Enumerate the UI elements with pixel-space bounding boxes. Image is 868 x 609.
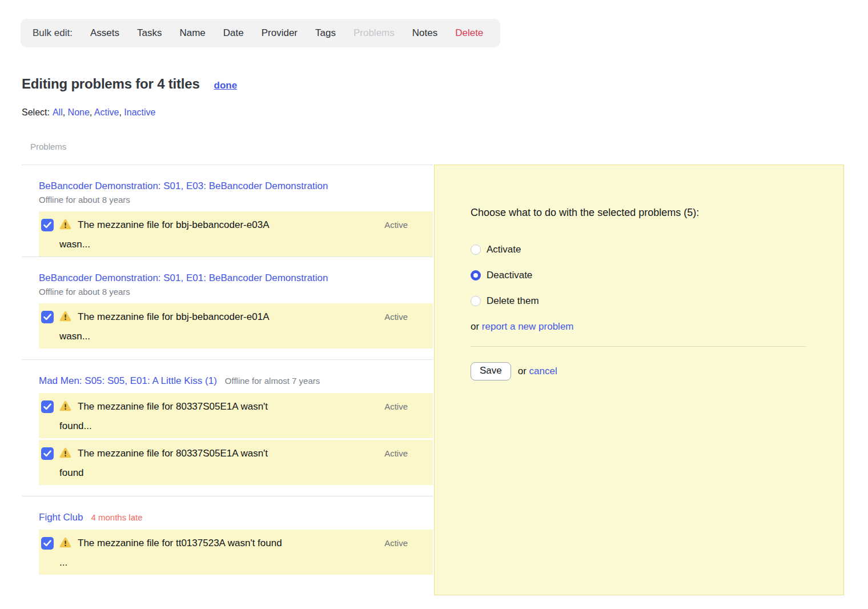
select-none[interactable]: None xyxy=(68,107,90,117)
save-button[interactable]: Save xyxy=(471,362,511,380)
problem-row: The mezzanine file for 80337S05E1A wasn'… xyxy=(39,440,433,485)
toolbar-item-assets[interactable]: Assets xyxy=(90,27,119,39)
warning-icon xyxy=(59,536,71,554)
problem-row: The mezzanine file for bbj-bebancoder-e0… xyxy=(39,303,433,348)
option-label: Delete them xyxy=(487,295,539,307)
radio-icon[interactable] xyxy=(471,245,481,255)
problem-text: The mezzanine file for bbj-bebancoder-e0… xyxy=(59,216,269,253)
warning-icon xyxy=(59,399,71,417)
status-badge: Active xyxy=(384,312,408,322)
problem-row: The mezzanine file for tt0137523A wasn't… xyxy=(39,530,433,575)
problem-checkbox[interactable] xyxy=(41,219,54,231)
cancel-row: or cancel xyxy=(518,366,557,377)
cancel-link[interactable]: cancel xyxy=(529,366,557,376)
problem-text: The mezzanine file for bbj-bebancoder-e0… xyxy=(59,308,269,345)
title-link[interactable]: Fight Club xyxy=(39,511,83,524)
warning-icon xyxy=(59,310,71,327)
problem-row: The mezzanine file for 80337S05E1A wasn'… xyxy=(39,393,433,438)
toolbar-item-problems: Problems xyxy=(353,27,395,39)
report-prefix: or xyxy=(471,321,479,332)
panel-divider xyxy=(471,346,806,347)
heading-row: Editing problems for 4 titles done xyxy=(22,76,237,92)
bulk-action-panel: Choose what to do with the selected prob… xyxy=(434,165,844,595)
toolbar-item-provider[interactable]: Provider xyxy=(262,27,298,39)
report-row: or report a new problem xyxy=(471,321,806,332)
panel-heading: Choose what to do with the selected prob… xyxy=(471,206,806,219)
problem-checkbox[interactable] xyxy=(41,311,54,323)
title-subtitle: Offline for about 8 years xyxy=(22,194,433,206)
title-group: BeBancoder Demonstration: S01, E01: BeBa… xyxy=(22,257,433,359)
warning-icon xyxy=(59,218,71,235)
select-active[interactable]: Active xyxy=(94,107,119,117)
title-group: Fight Club 4 months late The mezzanine f… xyxy=(22,496,433,586)
groups-container: BeBancoder Demonstration: S01, E03: BeBa… xyxy=(22,165,433,586)
title-group: BeBancoder Demonstration: S01, E03: BeBa… xyxy=(22,165,433,257)
problem-message: The mezzanine file for 80337S05E1A wasn'… xyxy=(59,448,268,478)
cancel-prefix: or xyxy=(518,366,527,376)
problem-rows: The mezzanine file for bbj-bebancoder-e0… xyxy=(39,211,433,257)
problem-text: The mezzanine file for tt0137523A wasn't… xyxy=(59,534,282,571)
warning-icon xyxy=(59,446,71,464)
title-link[interactable]: BeBancoder Demonstration: S01, E01: BeBa… xyxy=(39,272,328,285)
status-badge: Active xyxy=(384,402,408,411)
title-meta: 4 months late xyxy=(91,512,142,522)
select-options: All, None, Active, Inactive xyxy=(53,107,156,117)
status-badge: Active xyxy=(384,538,408,548)
problem-message: The mezzanine file for tt0137523A wasn't… xyxy=(59,538,282,568)
option-label: Deactivate xyxy=(487,270,532,281)
problem-rows: The mezzanine file for bbj-bebancoder-e0… xyxy=(39,303,433,348)
problem-checkbox[interactable] xyxy=(41,447,54,460)
title-link[interactable]: BeBancoder Demonstration: S01, E03: BeBa… xyxy=(39,180,328,193)
radio-icon[interactable] xyxy=(471,270,481,281)
toolbar-item-date[interactable]: Date xyxy=(223,27,244,39)
check-icon xyxy=(43,314,51,320)
action-options: Activate Deactivate Delete them xyxy=(471,244,806,307)
check-icon xyxy=(43,540,51,547)
toolbar-item-tags[interactable]: Tags xyxy=(315,27,336,39)
problems-list: Problems BeBancoder Demonstration: S01, … xyxy=(22,137,433,586)
separator: , xyxy=(119,107,124,117)
title-group: Mad Men: S05: S05, E01: A Little Kiss (1… xyxy=(22,359,433,496)
bulk-edit-label: Bulk edit: xyxy=(33,27,73,39)
problem-checkbox[interactable] xyxy=(41,537,54,550)
status-badge: Active xyxy=(384,220,408,230)
action-option-delete-them[interactable]: Delete them xyxy=(471,295,806,307)
check-icon xyxy=(43,450,51,457)
select-bar: Select:All, None, Active, Inactive xyxy=(22,107,155,118)
radio-icon[interactable] xyxy=(471,296,481,306)
column-header-problems: Problems xyxy=(22,137,433,165)
problem-rows: The mezzanine file for tt0137523A wasn't… xyxy=(39,530,433,575)
toolbar-item-notes[interactable]: Notes xyxy=(412,27,437,39)
title-meta: Offline for almost 7 years xyxy=(225,376,320,386)
select-all[interactable]: All xyxy=(53,107,63,117)
problem-message: The mezzanine file for bbj-bebancoder-e0… xyxy=(59,219,269,250)
done-link[interactable]: done xyxy=(214,80,238,91)
action-option-deactivate[interactable]: Deactivate xyxy=(471,270,806,281)
toolbar-item-name[interactable]: Name xyxy=(179,27,205,39)
page: { "toolbar": { "label": "Bulk edit:", "i… xyxy=(0,0,868,609)
save-row: Save or cancel xyxy=(471,362,806,380)
option-label: Activate xyxy=(487,244,521,255)
problem-checkbox[interactable] xyxy=(41,400,54,413)
action-option-activate[interactable]: Activate xyxy=(471,244,806,255)
problem-rows: The mezzanine file for 80337S05E1A wasn'… xyxy=(39,393,433,485)
check-icon xyxy=(43,222,51,229)
page-title: Editing problems for 4 titles xyxy=(22,76,200,92)
separator: , xyxy=(63,107,68,117)
title-line: Fight Club 4 months late xyxy=(22,511,433,524)
select-label: Select: xyxy=(22,107,50,117)
problem-message: The mezzanine file for 80337S05E1A wasn'… xyxy=(59,401,268,431)
toolbar-item-tasks[interactable]: Tasks xyxy=(137,27,162,39)
select-inactive[interactable]: Inactive xyxy=(124,107,155,117)
problem-row: The mezzanine file for bbj-bebancoder-e0… xyxy=(39,211,433,257)
title-subtitle: Offline for about 8 years xyxy=(22,286,433,298)
report-new-problem-link[interactable]: report a new problem xyxy=(482,321,574,332)
toolbar-item-delete[interactable]: Delete xyxy=(455,27,483,39)
separator: , xyxy=(90,107,94,117)
problem-text: The mezzanine file for 80337S05E1A wasn'… xyxy=(59,444,268,482)
bulk-edit-toolbar: Bulk edit: AssetsTasksNameDateProviderTa… xyxy=(21,19,500,47)
problem-message: The mezzanine file for bbj-bebancoder-e0… xyxy=(59,311,269,342)
title-link[interactable]: Mad Men: S05: S05, E01: A Little Kiss (1… xyxy=(39,375,217,387)
check-icon xyxy=(43,403,51,410)
title-line: BeBancoder Demonstration: S01, E01: BeBa… xyxy=(22,272,433,285)
